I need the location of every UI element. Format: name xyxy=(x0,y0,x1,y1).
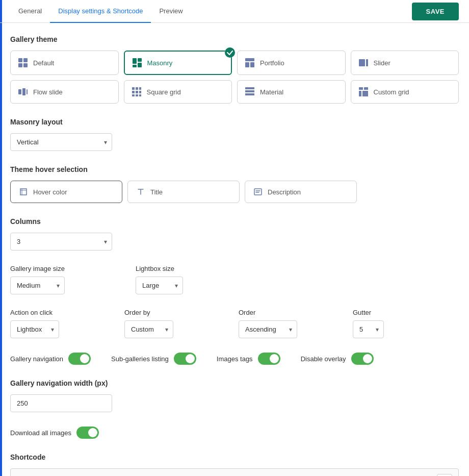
order-col: Order Ascending Descending xyxy=(239,309,345,338)
hover-selection-title: Theme hover selection xyxy=(10,165,459,173)
main-container: General Display settings & Shortcode Pre… xyxy=(0,0,469,476)
hover-selection-section: Theme hover selection Hover color Title xyxy=(10,165,459,203)
masonry-layout-select[interactable]: Vertical Horizontal xyxy=(10,133,112,151)
masonry-layout-dropdown[interactable]: Vertical Horizontal xyxy=(10,133,112,151)
gutter-dropdown[interactable]: 0 2 5 10 15 20 xyxy=(353,320,384,338)
flow-slide-theme-icon xyxy=(18,87,28,97)
default-theme-icon xyxy=(18,58,28,68)
image-lightbox-section: Gallery image size Thumbnail Medium Larg… xyxy=(10,265,459,294)
theme-custom-grid-label: Custom grid xyxy=(374,88,409,96)
lightbox-size-label: Lightbox size xyxy=(136,265,253,272)
theme-slider[interactable]: Slider xyxy=(351,51,459,75)
gutter-select[interactable]: 0 2 5 10 15 20 xyxy=(353,320,384,338)
svg-rect-2 xyxy=(18,63,22,67)
theme-square-grid-label: Square grid xyxy=(147,88,181,96)
download-slider xyxy=(76,427,99,439)
disable-overlay-slider xyxy=(351,353,374,365)
images-tags-slider xyxy=(258,353,280,365)
download-toggle[interactable] xyxy=(76,427,99,439)
description-option[interactable]: Description xyxy=(245,181,357,203)
svg-rect-19 xyxy=(139,87,141,90)
svg-rect-7 xyxy=(138,63,142,67)
copy-shortcode-button[interactable] xyxy=(437,474,452,476)
theme-grid: Default Masonry Por xyxy=(10,51,459,104)
slider-theme-icon xyxy=(358,58,369,68)
title-option[interactable]: Title xyxy=(127,181,240,203)
lightbox-size-dropdown[interactable]: Small Medium Large Full xyxy=(136,277,183,294)
save-button[interactable]: SAVE xyxy=(412,3,459,20)
columns-select[interactable]: 1 2 3 4 5 6 xyxy=(10,233,112,250)
gallery-navigation-toggle-item: Gallery navigation xyxy=(10,353,91,365)
title-label: Title xyxy=(150,188,163,196)
material-theme-icon xyxy=(245,87,255,97)
masonry-layout-title: Masonry layout xyxy=(10,118,459,126)
theme-default[interactable]: Default xyxy=(10,51,119,75)
images-tags-label: Images tags xyxy=(217,355,253,363)
toggles-row: Gallery navigation Sub-galleries listing… xyxy=(10,353,459,365)
tab-preview[interactable]: Preview xyxy=(151,0,191,23)
columns-section: Columns 1 2 3 4 5 6 xyxy=(10,217,459,250)
shortcode-box: [wpmfgallery gallery_id="245" display="m… xyxy=(10,468,459,476)
action-order-section: Action on click Lightbox Link None Order… xyxy=(10,309,459,338)
svg-rect-22 xyxy=(139,91,141,93)
images-tags-toggle[interactable] xyxy=(258,353,280,365)
square-grid-theme-icon xyxy=(132,87,142,97)
columns-dropdown[interactable]: 1 2 3 4 5 6 xyxy=(10,233,112,250)
order-select[interactable]: Ascending Descending xyxy=(239,320,297,338)
svg-rect-30 xyxy=(364,87,368,90)
theme-masonry-label: Masonry xyxy=(147,59,173,67)
svg-rect-4 xyxy=(133,58,137,64)
order-by-select[interactable]: Custom Date Title Random xyxy=(124,320,173,338)
tab-general[interactable]: General xyxy=(10,0,50,23)
theme-flow-slide[interactable]: Flow slide xyxy=(10,80,119,104)
action-on-click-select[interactable]: Lightbox Link None xyxy=(10,320,59,338)
action-order-row: Action on click Lightbox Link None Order… xyxy=(10,309,459,338)
gallery-image-size-col: Gallery image size Thumbnail Medium Larg… xyxy=(10,265,127,294)
masonry-theme-icon xyxy=(132,58,142,68)
nav-width-section: Gallery navigation width (px) xyxy=(10,379,459,412)
gallery-image-size-select[interactable]: Thumbnail Medium Large Full xyxy=(10,277,65,294)
gallery-theme-section: Gallery theme Default Masonry xyxy=(10,35,459,104)
order-label: Order xyxy=(239,309,345,316)
action-on-click-label: Action on click xyxy=(10,309,116,316)
theme-portfolio[interactable]: Portfolio xyxy=(237,51,346,75)
gallery-image-size-dropdown[interactable]: Thumbnail Medium Large Full xyxy=(10,277,65,294)
svg-rect-25 xyxy=(139,94,141,96)
svg-rect-13 xyxy=(366,59,368,66)
theme-flow-slide-label: Flow slide xyxy=(33,88,63,96)
columns-title: Columns xyxy=(10,217,459,226)
gutter-col: Gutter 0 2 5 10 15 20 xyxy=(353,309,459,338)
sub-galleries-slider xyxy=(174,353,196,365)
order-by-dropdown[interactable]: Custom Date Title Random xyxy=(124,320,173,338)
sub-galleries-toggle[interactable] xyxy=(174,353,196,365)
gallery-navigation-slider xyxy=(68,353,91,365)
description-label: Description xyxy=(268,188,301,196)
theme-portfolio-label: Portfolio xyxy=(260,59,284,67)
disable-overlay-label: Disable overlay xyxy=(301,355,346,363)
svg-rect-26 xyxy=(245,87,254,89)
sidebar-accent xyxy=(0,0,2,476)
portfolio-theme-icon xyxy=(245,58,255,68)
svg-rect-10 xyxy=(245,62,249,67)
action-on-click-dropdown[interactable]: Lightbox Link None xyxy=(10,320,59,338)
theme-slider-label: Slider xyxy=(374,59,390,67)
theme-default-label: Default xyxy=(33,59,54,67)
svg-point-8 xyxy=(225,47,235,58)
lightbox-size-col: Lightbox size Small Medium Large Full xyxy=(136,265,253,294)
order-dropdown[interactable]: Ascending Descending xyxy=(239,320,297,338)
tab-display[interactable]: Display settings & Shortcode xyxy=(50,0,151,23)
hover-color-label: Hover color xyxy=(33,188,67,196)
hover-color-option[interactable]: Hover color xyxy=(10,181,122,203)
disable-overlay-toggle[interactable] xyxy=(351,353,374,365)
hover-color-icon xyxy=(19,187,28,196)
theme-masonry[interactable]: Masonry xyxy=(124,51,232,75)
theme-material[interactable]: Material xyxy=(237,80,346,104)
lightbox-size-select[interactable]: Small Medium Large Full xyxy=(136,277,183,294)
theme-custom-grid[interactable]: Custom grid xyxy=(351,80,459,104)
description-icon xyxy=(253,187,263,196)
nav-width-input[interactable] xyxy=(10,394,112,412)
svg-rect-15 xyxy=(22,88,25,95)
gallery-navigation-toggle[interactable] xyxy=(68,353,91,365)
download-toggle-item: Download all images xyxy=(10,427,459,439)
theme-square-grid[interactable]: Square grid xyxy=(124,80,232,104)
